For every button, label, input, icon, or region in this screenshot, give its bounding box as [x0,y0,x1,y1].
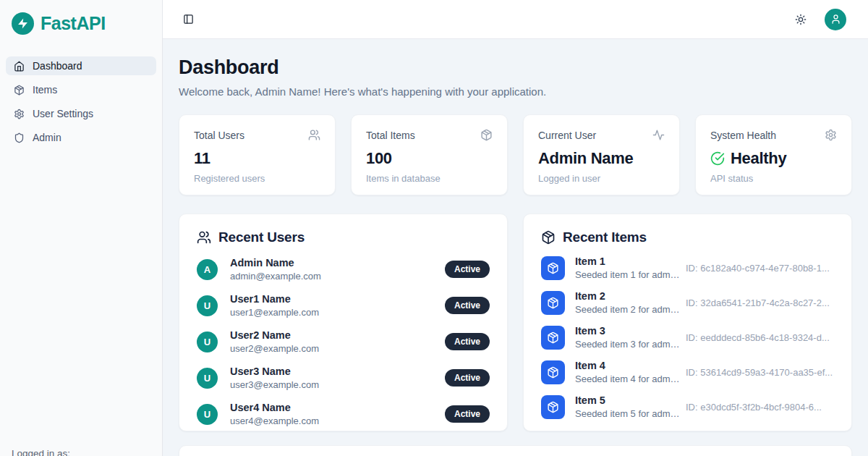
item-description: Seeded item 2 for admin@exampl... [575,304,680,315]
recent-users-panel: Recent Users A Admin Name admin@example.… [179,214,508,431]
theme-toggle-button[interactable] [795,14,807,25]
avatar: U [197,368,218,389]
stat-value: 11 [194,149,320,168]
item-list-item[interactable]: Item 3 Seeded item 3 for admin@exampl...… [541,325,834,350]
user-list-item[interactable]: U User4 Name user4@example.com Active [197,402,490,426]
item-name: Item 5 [575,394,680,406]
item-description: Seeded item 3 for admin@exampl... [575,339,680,350]
users-icon [197,230,211,245]
item-name: Item 1 [575,256,680,267]
main-area: Dashboard Welcome back, Admin Name! Here… [163,0,868,456]
topbar [163,0,868,39]
user-email: admin@example.com [230,271,321,282]
stat-card-system-health: System Health Healthy API status [695,114,852,195]
stat-card-total-users: Total Users 11 Registered users [179,114,336,195]
user-list-item[interactable]: U User2 Name user2@example.com Active [197,329,490,354]
stat-caption: Logged in user [538,173,665,184]
item-list-item[interactable]: Item 5 Seeded item 5 for admin@exampl...… [541,394,834,419]
user-icon [830,14,841,25]
stat-label: Current User [538,130,596,141]
sidebar-item-user-settings[interactable]: User Settings [6,104,156,123]
item-list-item[interactable]: Item 1 Seeded item 1 for admin@exampl...… [541,256,834,280]
user-email: user4@example.com [230,415,319,426]
user-list-item[interactable]: A Admin Name admin@example.com Active [197,257,490,282]
avatar: U [197,404,218,425]
sidebar-item-label: User Settings [33,108,93,119]
package-icon [541,395,565,419]
page-content: Dashboard Welcome back, Admin Name! Here… [163,39,868,456]
panel-left-icon [183,14,194,25]
user-list-item[interactable]: U User3 Name user3@example.com Active [197,366,490,390]
item-description: Seeded item 4 for admin@exampl... [575,373,680,384]
stat-value: 100 [366,149,493,168]
bottom-card [179,445,852,456]
package-icon [541,326,565,350]
brand-logo[interactable]: FastAPI [0,0,162,45]
stat-value: Admin Name [538,149,665,168]
fastapi-bolt-icon [12,12,34,35]
activity-icon [652,129,665,141]
app-window: FastAPI Dashboard Items User Settings Ad… [0,0,868,456]
page-subtitle: Welcome back, Admin Name! Here's what's … [179,85,852,98]
sidebar-item-items[interactable]: Items [6,80,156,99]
stat-caption: Registered users [194,173,320,184]
brand-name: FastAPI [41,13,106,34]
stat-value: Healthy [731,149,786,168]
stat-card-current-user: Current User Admin Name Logged in user [523,114,680,195]
gear-icon [825,129,837,141]
item-description: Seeded item 5 for admin@exampl... [575,408,680,419]
item-id: ID: 32da6541-21b7-4c2a-8c27-2... [686,297,834,308]
shield-icon [14,132,25,143]
item-id: ID: e30dcd5f-3f2b-4bcf-9804-6... [686,402,834,413]
topbar-actions [795,9,846,30]
stat-label: Total Items [366,130,415,141]
stat-card-total-items: Total Items 100 Items in database [351,114,508,195]
avatar: U [197,295,218,316]
logged-in-as-label: Logged in as: [0,448,162,456]
user-name: User3 Name [230,366,319,377]
status-badge: Active [445,405,490,423]
sidebar-item-label: Items [33,84,57,96]
package-icon [541,230,556,245]
sun-icon [795,14,807,25]
item-list-item[interactable]: Item 2 Seeded item 2 for admin@exampl...… [541,290,834,315]
item-id: ID: eedddecd-85b6-4c18-9324-d... [686,332,834,343]
sidebar-item-label: Dashboard [33,60,82,72]
user-list-item[interactable]: U User1 Name user1@example.com Active [197,293,490,318]
panel-title: Recent Users [218,229,305,245]
sidebar-item-label: Admin [33,132,61,143]
item-name: Item 4 [575,360,680,371]
users-icon [308,129,320,141]
item-description: Seeded item 1 for admin@exampl... [575,269,680,280]
package-icon [541,256,565,280]
user-name: User4 Name [230,402,319,413]
user-email: user1@example.com [230,307,319,318]
page-title: Dashboard [179,56,852,79]
package-icon [14,85,25,96]
user-email: user3@example.com [230,379,319,390]
user-name: Admin Name [230,257,321,269]
item-name: Item 2 [575,290,680,302]
status-badge: Active [445,369,490,387]
sidebar-toggle-button[interactable] [183,14,194,25]
user-avatar-button[interactable] [825,9,846,30]
gear-icon [14,109,25,119]
check-circle-icon [710,151,725,166]
status-badge: Active [445,261,490,278]
item-list-item[interactable]: Item 4 Seeded item 4 for admin@exampl...… [541,360,834,384]
stat-label: Total Users [194,130,244,141]
avatar: U [197,332,218,352]
status-badge: Active [445,333,490,350]
user-name: User1 Name [230,293,319,305]
sidebar-item-dashboard[interactable]: Dashboard [6,56,156,75]
sidebar-item-admin[interactable]: Admin [6,128,156,147]
stats-row: Total Users 11 Registered users Total It… [179,114,852,195]
item-id: ID: 53614cd9-59a3-4170-aa35-ef... [686,367,834,378]
package-icon [480,129,493,141]
sidebar-nav: Dashboard Items User Settings Admin [0,56,162,147]
stat-label: System Health [710,130,776,141]
item-id: ID: 6c182a40-c974-4e77-80b8-1... [686,263,834,274]
home-icon [14,61,25,72]
user-email: user2@example.com [230,343,319,354]
avatar: A [197,259,218,280]
